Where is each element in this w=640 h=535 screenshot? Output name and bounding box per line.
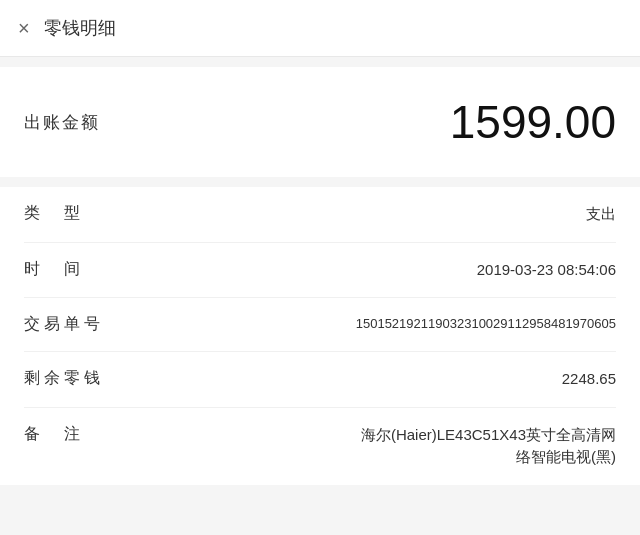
divider xyxy=(0,177,640,187)
type-row: 类 型 支出 xyxy=(24,187,616,243)
time-label: 时 间 xyxy=(24,259,104,280)
transaction-label: 交易单号 xyxy=(24,314,104,335)
balance-row: 剩余零钱 2248.65 xyxy=(24,352,616,408)
page-title: 零钱明细 xyxy=(44,16,116,40)
type-label: 类 型 xyxy=(24,203,104,224)
note-row: 备 注 海尔(Haier)LE43C51X43英寸全高清网络智能电视(黑) xyxy=(24,408,616,485)
details-section: 类 型 支出 时 间 2019-03-23 08:54:06 交易单号 1501… xyxy=(0,187,640,485)
amount-section: 出账金额 1599.00 xyxy=(0,67,640,177)
amount-label: 出账金额 xyxy=(24,111,100,134)
time-row: 时 间 2019-03-23 08:54:06 xyxy=(24,243,616,299)
note-value: 海尔(Haier)LE43C51X43英寸全高清网络智能电视(黑) xyxy=(104,424,616,469)
type-value: 支出 xyxy=(104,203,616,226)
transaction-value: 150152192119032310029112958481970605 xyxy=(104,314,616,334)
time-value: 2019-03-23 08:54:06 xyxy=(104,259,616,282)
note-label: 备 注 xyxy=(24,424,104,445)
transaction-row: 交易单号 15015219211903231002911295848197060… xyxy=(24,298,616,352)
close-icon[interactable]: × xyxy=(18,18,30,38)
amount-value: 1599.00 xyxy=(450,95,616,149)
header: × 零钱明细 xyxy=(0,0,640,57)
balance-value: 2248.65 xyxy=(104,368,616,391)
balance-label: 剩余零钱 xyxy=(24,368,104,389)
